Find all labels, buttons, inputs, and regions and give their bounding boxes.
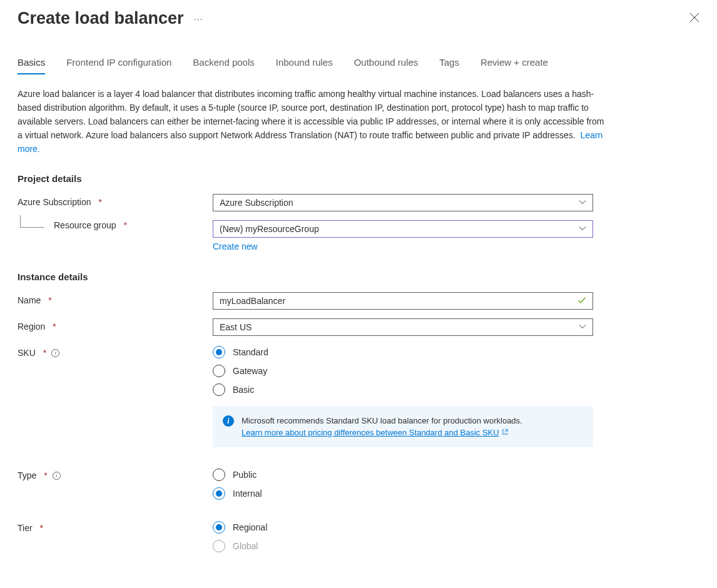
subscription-value: Azure Subscription — [220, 198, 293, 208]
radio-label: Global — [233, 541, 258, 551]
check-icon — [577, 296, 586, 307]
type-radio-public[interactable]: Public — [213, 469, 593, 481]
sku-radio-gateway[interactable]: Gateway — [213, 365, 593, 377]
region-value: East US — [220, 322, 252, 332]
tab-inbound-rules[interactable]: Inbound rules — [276, 57, 333, 74]
radio-icon — [213, 346, 225, 358]
sku-radio-basic[interactable]: Basic — [213, 383, 593, 396]
name-input-field[interactable] — [220, 296, 577, 306]
resource-group-value: (New) myResourceGroup — [220, 224, 319, 234]
resource-group-select[interactable]: (New) myResourceGroup — [213, 220, 593, 238]
sku-info-text: Microsoft recommends Standard SKU load b… — [242, 416, 522, 425]
sku-info-box: i Microsoft recommends Standard SKU load… — [213, 406, 593, 447]
tab-backend-pools[interactable]: Backend pools — [193, 57, 254, 74]
sku-pricing-link[interactable]: Learn more about pricing differences bet… — [242, 427, 509, 438]
radio-label: Standard — [233, 347, 268, 357]
more-icon[interactable]: ··· — [194, 14, 203, 24]
project-details-heading: Project details — [18, 173, 699, 184]
tier-radio-regional[interactable]: Regional — [213, 521, 593, 534]
name-label: Name * — [18, 292, 213, 305]
chevron-down-icon — [579, 322, 586, 332]
info-icon[interactable]: i — [51, 349, 59, 357]
create-new-link[interactable]: Create new — [213, 241, 593, 251]
description-text: Azure load balancer is a layer 4 load ba… — [18, 87, 606, 156]
radio-label: Basic — [233, 385, 254, 395]
resource-group-label: Resource group * — [18, 220, 213, 230]
indent-bracket-icon — [20, 215, 44, 228]
radio-icon — [213, 487, 225, 500]
radio-label: Gateway — [233, 366, 267, 376]
region-label: Region * — [18, 318, 213, 332]
radio-icon — [213, 521, 225, 534]
tab-outbound-rules[interactable]: Outbound rules — [354, 57, 419, 74]
close-icon[interactable] — [689, 13, 699, 24]
radio-icon — [213, 540, 225, 552]
description-body: Azure load balancer is a layer 4 load ba… — [18, 89, 604, 140]
tabs: Basics Frontend IP configuration Backend… — [18, 57, 699, 74]
type-radio-internal[interactable]: Internal — [213, 487, 593, 500]
subscription-select[interactable]: Azure Subscription — [213, 194, 593, 211]
radio-label: Internal — [233, 489, 262, 499]
radio-label: Public — [233, 470, 257, 480]
region-select[interactable]: East US — [213, 318, 593, 336]
chevron-down-icon — [579, 198, 586, 208]
type-radio-group: Public Internal — [213, 467, 593, 500]
chevron-down-icon — [579, 224, 586, 234]
subscription-label: Azure Subscription * — [18, 194, 213, 207]
tab-frontend-ip[interactable]: Frontend IP configuration — [66, 57, 171, 74]
page-title: Create load balancer — [18, 9, 184, 28]
radio-label: Regional — [233, 522, 267, 532]
tab-tags[interactable]: Tags — [439, 57, 459, 74]
radio-icon — [213, 469, 225, 481]
tab-review-create[interactable]: Review + create — [481, 57, 548, 74]
tier-label: Tier * — [18, 520, 213, 533]
radio-icon — [213, 383, 225, 396]
info-icon[interactable]: i — [53, 472, 61, 480]
sku-radio-group: Standard Gateway Basic — [213, 345, 593, 396]
header: Create load balancer ··· — [18, 9, 699, 28]
instance-details-heading: Instance details — [18, 271, 699, 282]
sku-radio-standard[interactable]: Standard — [213, 346, 593, 358]
sku-label: SKU * i — [18, 345, 213, 358]
tier-radio-global: Global — [213, 540, 593, 552]
info-circle-icon: i — [223, 415, 234, 427]
external-link-icon — [502, 427, 509, 438]
type-label: Type * i — [18, 467, 213, 480]
tier-radio-group: Regional Global — [213, 520, 593, 552]
radio-icon — [213, 365, 225, 377]
tab-basics[interactable]: Basics — [18, 57, 45, 74]
name-input[interactable] — [213, 292, 593, 310]
